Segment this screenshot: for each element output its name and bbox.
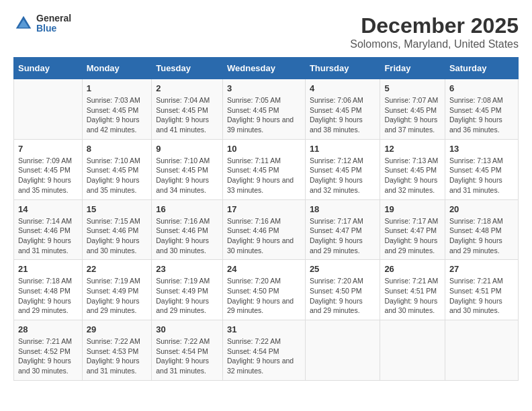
day-detail: Sunrise: 7:09 AM Sunset: 4:45 PM Dayligh… (18, 156, 78, 195)
logo-icon (13, 13, 34, 34)
day-detail: Sunrise: 7:17 AM Sunset: 4:47 PM Dayligh… (310, 216, 375, 256)
day-detail: Sunrise: 7:18 AM Sunset: 4:48 PM Dayligh… (18, 276, 78, 316)
day-detail: Sunrise: 7:10 AM Sunset: 4:45 PM Dayligh… (156, 156, 218, 195)
header-row: SundayMondayTuesdayWednesdayThursdayFrid… (14, 58, 519, 79)
day-detail: Sunrise: 7:05 AM Sunset: 4:45 PM Dayligh… (227, 95, 301, 135)
calendar-cell: 22Sunrise: 7:19 AM Sunset: 4:49 PM Dayli… (82, 260, 152, 320)
day-detail: Sunrise: 7:16 AM Sunset: 4:46 PM Dayligh… (227, 216, 301, 256)
calendar-cell: 19Sunrise: 7:17 AM Sunset: 4:47 PM Dayli… (380, 199, 445, 260)
calendar-cell: 20Sunrise: 7:18 AM Sunset: 4:48 PM Dayli… (445, 199, 518, 260)
calendar-row-4: 28Sunrise: 7:21 AM Sunset: 4:52 PM Dayli… (14, 320, 519, 381)
calendar-cell: 28Sunrise: 7:21 AM Sunset: 4:52 PM Dayli… (14, 320, 83, 381)
day-detail: Sunrise: 7:13 AM Sunset: 4:45 PM Dayligh… (449, 156, 514, 195)
calendar-cell: 11Sunrise: 7:12 AM Sunset: 4:45 PM Dayli… (305, 139, 380, 199)
calendar-cell (305, 320, 380, 381)
day-detail: Sunrise: 7:13 AM Sunset: 4:45 PM Dayligh… (384, 156, 441, 195)
day-number: 10 (227, 144, 301, 154)
calendar-cell: 24Sunrise: 7:20 AM Sunset: 4:50 PM Dayli… (222, 260, 305, 320)
day-detail: Sunrise: 7:19 AM Sunset: 4:49 PM Dayligh… (156, 276, 218, 316)
day-detail: Sunrise: 7:21 AM Sunset: 4:51 PM Dayligh… (384, 276, 441, 316)
page-header: General Blue December 2025 Solomons, Mar… (13, 13, 519, 50)
logo-text: General Blue (36, 13, 71, 34)
day-number: 29 (87, 324, 148, 334)
header-thursday: Thursday (305, 58, 380, 79)
day-number: 1 (87, 83, 148, 93)
day-detail: Sunrise: 7:11 AM Sunset: 4:45 PM Dayligh… (227, 156, 301, 195)
calendar-row-1: 7Sunrise: 7:09 AM Sunset: 4:45 PM Daylig… (14, 139, 519, 199)
calendar-cell: 7Sunrise: 7:09 AM Sunset: 4:45 PM Daylig… (14, 139, 83, 199)
day-detail: Sunrise: 7:19 AM Sunset: 4:49 PM Dayligh… (87, 276, 148, 316)
day-detail: Sunrise: 7:20 AM Sunset: 4:50 PM Dayligh… (310, 276, 375, 316)
day-number: 28 (18, 324, 78, 334)
day-number: 7 (18, 144, 78, 154)
day-number: 19 (384, 204, 441, 214)
day-detail: Sunrise: 7:06 AM Sunset: 4:45 PM Dayligh… (310, 95, 375, 135)
calendar-cell: 4Sunrise: 7:06 AM Sunset: 4:45 PM Daylig… (305, 79, 380, 140)
day-detail: Sunrise: 7:03 AM Sunset: 4:45 PM Dayligh… (87, 95, 148, 135)
day-number: 2 (156, 83, 218, 93)
calendar-cell: 21Sunrise: 7:18 AM Sunset: 4:48 PM Dayli… (14, 260, 83, 320)
calendar-cell: 12Sunrise: 7:13 AM Sunset: 4:45 PM Dayli… (380, 139, 445, 199)
calendar-cell: 26Sunrise: 7:21 AM Sunset: 4:51 PM Dayli… (380, 260, 445, 320)
day-number: 25 (310, 264, 375, 274)
day-number: 16 (156, 204, 218, 214)
calendar-row-3: 21Sunrise: 7:18 AM Sunset: 4:48 PM Dayli… (14, 260, 519, 320)
day-detail: Sunrise: 7:14 AM Sunset: 4:46 PM Dayligh… (18, 216, 78, 256)
day-number: 22 (87, 264, 148, 274)
header-tuesday: Tuesday (152, 58, 223, 79)
day-detail: Sunrise: 7:22 AM Sunset: 4:54 PM Dayligh… (156, 336, 218, 376)
header-wednesday: Wednesday (222, 58, 305, 79)
day-detail: Sunrise: 7:07 AM Sunset: 4:45 PM Dayligh… (384, 95, 441, 135)
day-number: 8 (87, 144, 148, 154)
day-number: 5 (384, 83, 441, 93)
day-number: 14 (18, 204, 78, 214)
calendar-header: SundayMondayTuesdayWednesdayThursdayFrid… (14, 58, 519, 79)
calendar-cell (445, 320, 518, 381)
calendar-cell: 23Sunrise: 7:19 AM Sunset: 4:49 PM Dayli… (152, 260, 223, 320)
calendar-cell: 6Sunrise: 7:08 AM Sunset: 4:45 PM Daylig… (445, 79, 518, 140)
day-number: 3 (227, 83, 301, 93)
day-number: 26 (384, 264, 441, 274)
day-detail: Sunrise: 7:22 AM Sunset: 4:53 PM Dayligh… (87, 336, 148, 376)
header-friday: Friday (380, 58, 445, 79)
calendar-cell: 9Sunrise: 7:10 AM Sunset: 4:45 PM Daylig… (152, 139, 223, 199)
day-detail: Sunrise: 7:10 AM Sunset: 4:45 PM Dayligh… (87, 156, 148, 195)
title-section: December 2025 Solomons, Maryland, United… (350, 13, 519, 50)
calendar-cell: 10Sunrise: 7:11 AM Sunset: 4:45 PM Dayli… (222, 139, 305, 199)
calendar-cell: 16Sunrise: 7:16 AM Sunset: 4:46 PM Dayli… (152, 199, 223, 260)
day-detail: Sunrise: 7:08 AM Sunset: 4:45 PM Dayligh… (449, 95, 514, 135)
logo-general-text: General (36, 13, 71, 24)
day-number: 11 (310, 144, 375, 154)
day-detail: Sunrise: 7:21 AM Sunset: 4:51 PM Dayligh… (449, 276, 514, 316)
day-detail: Sunrise: 7:18 AM Sunset: 4:48 PM Dayligh… (449, 216, 514, 256)
calendar-cell: 30Sunrise: 7:22 AM Sunset: 4:54 PM Dayli… (152, 320, 223, 381)
calendar-row-0: 1Sunrise: 7:03 AM Sunset: 4:45 PM Daylig… (14, 79, 519, 140)
header-sunday: Sunday (14, 58, 83, 79)
day-number: 15 (87, 204, 148, 214)
day-detail: Sunrise: 7:17 AM Sunset: 4:47 PM Dayligh… (384, 216, 441, 256)
day-detail: Sunrise: 7:04 AM Sunset: 4:45 PM Dayligh… (156, 95, 218, 135)
calendar-row-2: 14Sunrise: 7:14 AM Sunset: 4:46 PM Dayli… (14, 199, 519, 260)
calendar-cell: 15Sunrise: 7:15 AM Sunset: 4:46 PM Dayli… (82, 199, 152, 260)
calendar-cell: 13Sunrise: 7:13 AM Sunset: 4:45 PM Dayli… (445, 139, 518, 199)
header-monday: Monday (82, 58, 152, 79)
day-number: 12 (384, 144, 441, 154)
logo: General Blue (13, 13, 71, 34)
day-number: 23 (156, 264, 218, 274)
day-number: 4 (310, 83, 375, 93)
calendar-cell: 31Sunrise: 7:22 AM Sunset: 4:54 PM Dayli… (222, 320, 305, 381)
calendar-cell: 17Sunrise: 7:16 AM Sunset: 4:46 PM Dayli… (222, 199, 305, 260)
header-saturday: Saturday (445, 58, 518, 79)
day-number: 13 (449, 144, 514, 154)
calendar-cell (14, 79, 83, 140)
calendar-cell: 2Sunrise: 7:04 AM Sunset: 4:45 PM Daylig… (152, 79, 223, 140)
calendar-body: 1Sunrise: 7:03 AM Sunset: 4:45 PM Daylig… (14, 79, 519, 381)
day-number: 30 (156, 324, 218, 334)
day-detail: Sunrise: 7:12 AM Sunset: 4:45 PM Dayligh… (310, 156, 375, 195)
calendar-cell: 5Sunrise: 7:07 AM Sunset: 4:45 PM Daylig… (380, 79, 445, 140)
calendar-cell: 14Sunrise: 7:14 AM Sunset: 4:46 PM Dayli… (14, 199, 83, 260)
day-number: 31 (227, 324, 301, 334)
day-detail: Sunrise: 7:22 AM Sunset: 4:54 PM Dayligh… (227, 336, 301, 376)
calendar-subtitle: Solomons, Maryland, United States (350, 38, 519, 50)
day-detail: Sunrise: 7:16 AM Sunset: 4:46 PM Dayligh… (156, 216, 218, 256)
